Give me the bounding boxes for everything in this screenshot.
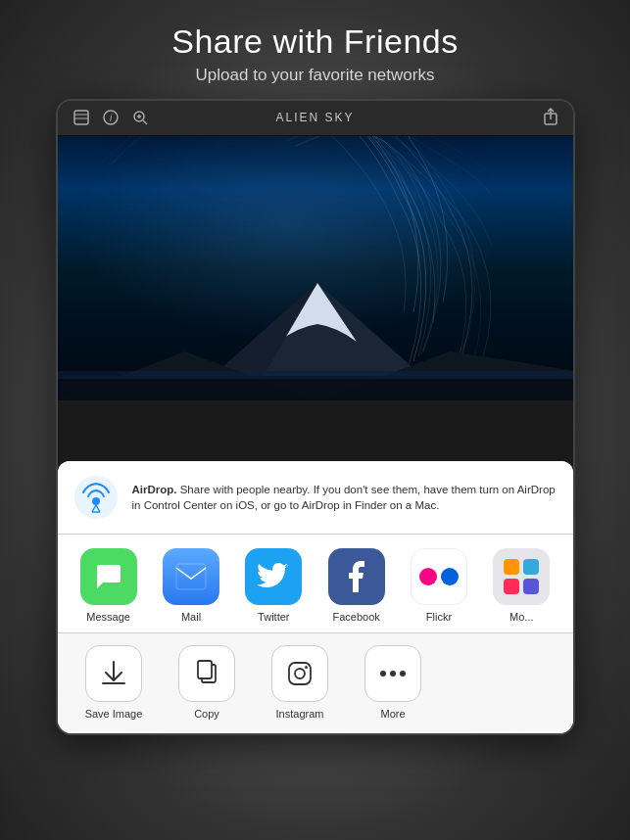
info-icon[interactable]: i [101,108,121,127]
device-frame: i ALIEN SKY [56,99,575,735]
share-app-message[interactable]: Message [68,548,150,623]
action-save-image[interactable]: Save Image [68,645,161,720]
share-toolbar-icon[interactable] [542,108,559,128]
svg-point-25 [305,666,308,669]
share-app-facebook[interactable]: Facebook [315,548,397,623]
action-save-image-label: Save Image [85,708,143,720]
toolbar-title: ALIEN SKY [275,111,354,124]
svg-point-28 [400,671,406,677]
svg-point-24 [295,669,305,678]
airdrop-description: AirDrop. Share with people nearby. If yo… [132,482,557,513]
action-copy-label: Copy [194,708,219,720]
action-more-label: More [380,708,405,720]
share-app-message-label: Message [86,611,130,623]
share-app-twitter[interactable]: Twitter [232,548,315,623]
action-copy[interactable]: Copy [161,645,254,720]
svg-point-27 [390,671,396,677]
share-sheet: AirDrop. Share with people nearby. If yo… [58,461,573,733]
svg-point-19 [419,568,437,585]
share-app-mail[interactable]: Mail [150,548,232,623]
airdrop-row[interactable]: AirDrop. Share with people nearby. If yo… [58,461,573,534]
share-icons-row: Message Mail Twitter Facebook [58,535,573,632]
photo-area [58,136,573,400]
share-app-more-apps[interactable]: Mo... [480,548,562,623]
share-app-facebook-label: Facebook [332,611,379,623]
header-title: Share with Friends [171,22,458,62]
layers-icon[interactable] [72,108,91,127]
svg-point-14 [92,497,100,505]
svg-text:i: i [109,113,112,123]
svg-point-26 [380,671,386,677]
svg-rect-18 [176,564,206,589]
action-more[interactable]: More [347,645,440,720]
action-icons-row: Save Image Copy [58,633,573,733]
app-toolbar: i ALIEN SKY [58,101,573,136]
svg-rect-23 [289,663,311,684]
header: Share with Friends Upload to your favori… [152,0,477,99]
share-app-flickr-label: Flickr [426,611,452,623]
action-instagram[interactable]: Instagram [254,645,347,720]
share-app-mail-label: Mail [181,611,201,623]
airdrop-icon [73,475,119,520]
svg-rect-22 [198,661,212,678]
svg-rect-11 [58,376,573,400]
svg-line-6 [143,120,147,124]
share-app-more-label: Mo... [509,611,533,623]
zoom-icon[interactable] [130,108,150,127]
svg-rect-0 [74,111,88,124]
header-subtitle: Upload to your favorite networks [171,66,458,85]
share-app-flickr[interactable]: Flickr [398,548,480,623]
svg-rect-12 [58,371,573,379]
svg-point-20 [441,568,459,585]
share-app-twitter-label: Twitter [258,611,289,623]
action-instagram-label: Instagram [276,708,324,720]
